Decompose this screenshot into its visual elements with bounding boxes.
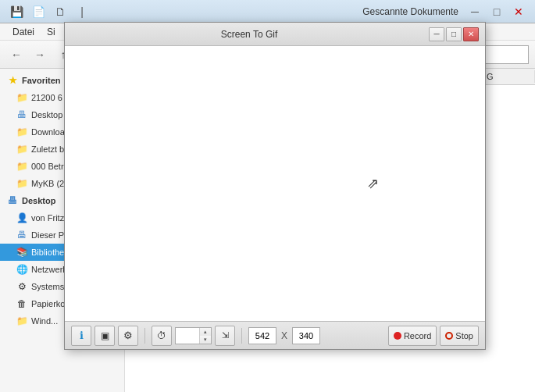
fps-up-button[interactable]: ▴ [200,328,211,336]
nav-forward[interactable]: → [30,45,50,65]
desktop-section-label: Desktop [22,196,55,205]
stg-capture-area[interactable]: ⇗ [65,46,485,321]
folder-icon: 📁 [16,160,28,173]
fps-down-button[interactable]: ▾ [200,336,211,344]
explorer-toolbar-btn[interactable]: 💾 [6,2,27,22]
explorer-toolbar-btn4[interactable]: | [72,2,92,22]
folder-icon: 📁 [16,143,28,155]
stg-toolbar: ℹ ▣ ⚙ ⏱ 10 ▴ ▾ ⇲ 542 X [65,321,485,349]
menu-si[interactable]: Si [41,25,62,39]
info-icon: ℹ [80,330,84,341]
stg-timer-button[interactable]: ⏱ [152,326,172,346]
record-dot-icon [394,332,401,340]
explorer-minimize[interactable]: ─ [465,2,485,22]
folder-icon: 📁 [16,126,28,138]
fps-input-group: 10 ▴ ▾ [175,327,212,344]
screen-icon: ▣ [101,330,109,341]
cursor-indicator: ⇗ [367,175,379,192]
explorer-titlebar: 💾 📄 🗋 | Gescannte Dokumente ─ □ ✕ [0,0,535,23]
resize-icon: ⇲ [222,330,229,340]
explorer-title: Gescannte Dokumente [362,6,458,17]
explorer-maximize[interactable]: □ [487,2,507,22]
toolbar-separator-1 [144,328,145,344]
stop-ring-icon [445,332,453,340]
stg-screen-button[interactable]: ▣ [95,326,115,346]
pc-icon: 🖶 [16,229,28,241]
stg-settings-button[interactable]: ⚙ [118,326,138,346]
height-field[interactable]: 340 [292,327,320,344]
fps-spinners: ▴ ▾ [199,328,211,344]
stg-close-button[interactable]: ✕ [463,27,479,41]
stg-minimize-button[interactable]: ─ [429,27,444,41]
stop-label: Stop [455,331,473,340]
stg-dialog: Screen To Gif ─ □ ✕ ⇗ ℹ ▣ ⚙ ⏱ 10 ▴ [64,22,486,350]
col-size[interactable]: G [480,70,535,83]
stg-info-button[interactable]: ℹ [71,326,91,346]
trash-icon: 🗑 [16,298,28,310]
timer-icon: ⏱ [157,330,166,341]
settings-icon: ⚙ [123,330,133,341]
dimension-x-label: X [281,330,287,341]
user-icon: 👤 [16,212,28,224]
record-label: Record [404,331,431,340]
stg-maximize-button[interactable]: □ [446,27,462,41]
record-button[interactable]: Record [388,326,437,346]
menu-datei[interactable]: Datei [6,25,41,39]
toolbar-separator-2 [241,328,242,344]
stop-button[interactable]: Stop [440,326,479,346]
network-icon: 🌐 [16,263,28,276]
explorer-toolbar-btn2[interactable]: 📄 [28,2,48,22]
stg-resize-button[interactable]: ⇲ [215,326,235,346]
folder-icon: 📁 [16,315,28,327]
sidebar-item-label: Desktop [31,110,62,119]
star-icon: ★ [6,74,19,87]
stg-title: Screen To Gif [71,29,427,40]
monitor-icon: 🖶 [6,194,19,207]
folder-icon: 📁 [16,177,28,190]
fps-input[interactable]: 10 [176,331,199,340]
folder-icon: 📁 [16,91,28,104]
library-icon: 📚 [16,246,28,258]
explorer-toolbar-btn3[interactable]: 🗋 [50,2,70,22]
explorer-close[interactable]: ✕ [508,2,529,22]
sidebar-item-label: Wind... [31,316,58,326]
desktop-icon: 🖶 [16,109,28,121]
sidebar-item-label: Netzwerk [31,265,67,274]
favoriten-label: Favoriten [22,76,61,85]
nav-back[interactable]: ← [6,45,27,65]
control-panel-icon: ⚙ [16,280,28,293]
width-field[interactable]: 542 [248,327,276,344]
sidebar-item-label: MyKB (2) [31,179,67,188]
stg-titlebar: Screen To Gif ─ □ ✕ [65,23,485,46]
